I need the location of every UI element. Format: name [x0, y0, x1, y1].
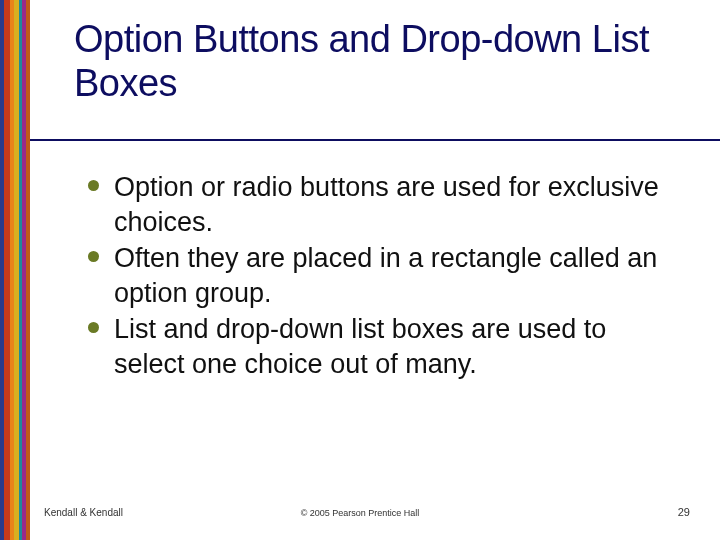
bullet-icon	[88, 180, 99, 191]
footer-copyright: © 2005 Pearson Prentice Hall	[0, 508, 720, 518]
decorative-stripes	[0, 0, 30, 540]
footer-page-number: 29	[678, 506, 690, 518]
bullet-list: Option or radio buttons are used for exc…	[114, 170, 674, 383]
list-item: Often they are placed in a rectangle cal…	[114, 241, 674, 310]
bullet-text: List and drop-down list boxes are used t…	[114, 314, 606, 379]
title-block: Option Buttons and Drop-down List Boxes	[74, 18, 694, 105]
list-item: Option or radio buttons are used for exc…	[114, 170, 674, 239]
bullet-text: Option or radio buttons are used for exc…	[114, 172, 659, 237]
bullet-icon	[88, 322, 99, 333]
slide-title: Option Buttons and Drop-down List Boxes	[74, 18, 694, 105]
bullet-icon	[88, 251, 99, 262]
title-underline	[30, 139, 720, 141]
bullet-text: Often they are placed in a rectangle cal…	[114, 243, 657, 308]
list-item: List and drop-down list boxes are used t…	[114, 312, 674, 381]
